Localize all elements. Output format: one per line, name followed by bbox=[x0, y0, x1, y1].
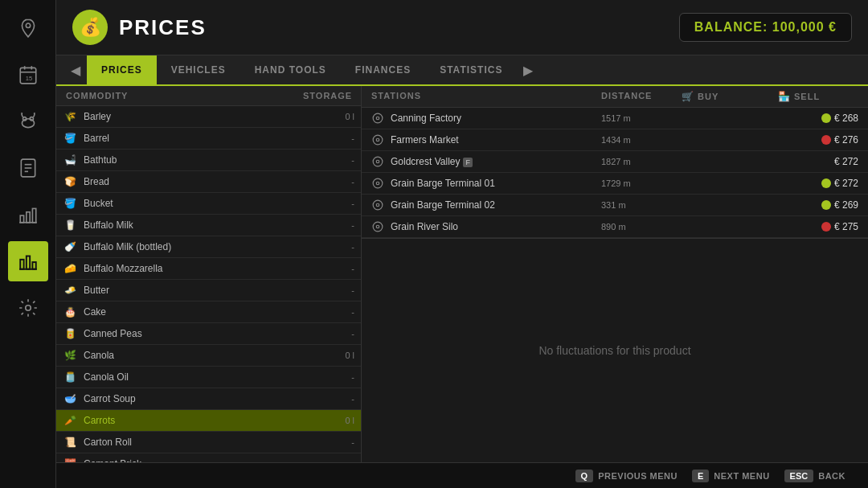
sidebar-item-contracts[interactable] bbox=[8, 148, 48, 188]
commodity-row[interactable]: 📜Carton Roll- bbox=[56, 432, 361, 453]
station-row[interactable]: Grain River Silo890 m€ 275 bbox=[362, 216, 868, 238]
commodity-row[interactable]: 🌾Barley0 l bbox=[56, 106, 361, 128]
svg-rect-13 bbox=[20, 215, 23, 223]
svg-point-29 bbox=[376, 203, 379, 207]
commodity-row[interactable]: 🧈Butter- bbox=[56, 280, 361, 301]
commodity-storage: - bbox=[306, 155, 354, 165]
col-sell: 🏪 SELL bbox=[778, 91, 858, 102]
station-icon bbox=[371, 177, 384, 190]
commodity-name: Canned Peas bbox=[84, 328, 306, 339]
commodity-storage: - bbox=[306, 242, 354, 252]
price-down-indicator bbox=[821, 222, 831, 232]
station-row[interactable]: Farmers Market1434 m€ 276 bbox=[362, 129, 868, 151]
esc-key: ESC bbox=[784, 470, 814, 482]
tab-hand-tools[interactable]: HAND TOOLS bbox=[240, 55, 341, 86]
commodity-row[interactable]: 🥕Carrots0 l bbox=[56, 410, 361, 432]
commodity-row[interactable]: 🍞Bread- bbox=[56, 171, 361, 193]
commodity-icon: 🪣 bbox=[63, 196, 77, 211]
sidebar-item-map[interactable] bbox=[8, 8, 48, 48]
q-key: Q bbox=[575, 470, 594, 482]
commodity-storage: 0 l bbox=[306, 112, 354, 121]
commodity-icon: 🌿 bbox=[63, 348, 77, 363]
commodity-header: COMMODITY STORAGE bbox=[56, 86, 361, 106]
sidebar-item-statistics[interactable] bbox=[8, 241, 48, 281]
commodity-icon: 🎂 bbox=[63, 305, 77, 319]
svg-point-7 bbox=[23, 117, 26, 121]
tab-finances[interactable]: FINANCES bbox=[341, 55, 425, 86]
svg-point-25 bbox=[376, 160, 379, 163]
station-sell: € 272 bbox=[778, 178, 858, 189]
tab-statistics[interactable]: STATISTICS bbox=[425, 55, 517, 86]
commodity-row[interactable]: 🫙Canola Oil- bbox=[56, 367, 361, 388]
tab-vehicles[interactable]: VEHICLES bbox=[157, 55, 240, 86]
col-buy: 🛒 BUY bbox=[682, 91, 778, 102]
commodity-storage: 0 l bbox=[306, 416, 354, 425]
commodity-name: Barley bbox=[84, 111, 306, 122]
price-down-indicator bbox=[821, 135, 831, 145]
fluctuation-message: No fluctuations for this product bbox=[538, 344, 690, 357]
commodity-icon: 🛁 bbox=[63, 153, 77, 167]
commodity-row[interactable]: 🎂Cake- bbox=[56, 301, 361, 323]
commodity-name: Bathtub bbox=[84, 154, 306, 166]
tab-prev-arrow[interactable]: ◀ bbox=[64, 63, 87, 78]
station-name: Farmers Market bbox=[391, 134, 601, 146]
station-row[interactable]: Grain Barge Terminal 02331 m€ 269 bbox=[362, 195, 868, 216]
sidebar-item-animals[interactable] bbox=[8, 101, 48, 141]
commodity-row[interactable]: 🪣Barrel- bbox=[56, 128, 361, 150]
commodity-icon: 📜 bbox=[63, 435, 77, 449]
commodity-storage: - bbox=[306, 329, 354, 338]
commodity-row[interactable]: 🥫Canned Peas- bbox=[56, 323, 361, 345]
station-row[interactable]: Canning Factory1517 m€ 268 bbox=[362, 108, 868, 129]
commodity-row[interactable]: 🧀Buffalo Mozzarella- bbox=[56, 258, 361, 280]
commodity-name: Carrots bbox=[84, 415, 306, 426]
svg-point-23 bbox=[376, 138, 379, 141]
col-stations: STATIONS bbox=[371, 91, 601, 102]
commodity-row[interactable]: 🌿Canola0 l bbox=[56, 345, 361, 367]
station-sell: € 269 bbox=[778, 199, 858, 211]
station-row[interactable]: Grain Barge Terminal 011729 m€ 272 bbox=[362, 173, 868, 195]
back-label[interactable]: BACK bbox=[818, 471, 845, 481]
balance-display: BALANCE: 100,000 € bbox=[679, 13, 852, 42]
bottom-bar: Q PREVIOUS MENU E NEXT MENU ESC BACK bbox=[56, 462, 868, 488]
commodity-row[interactable]: 🧱Cement Brick- bbox=[56, 453, 361, 462]
station-name: Goldcrest ValleyF bbox=[391, 156, 601, 167]
commodity-icon: 🪣 bbox=[63, 131, 77, 146]
station-sell: € 272 bbox=[778, 156, 858, 167]
page-title: PRICES bbox=[119, 15, 207, 40]
next-menu-label[interactable]: NEXT MENU bbox=[714, 471, 769, 481]
e-key: E bbox=[692, 470, 709, 482]
station-icon bbox=[371, 133, 384, 146]
price-up-indicator bbox=[821, 200, 831, 210]
commodity-row[interactable]: 🪣Bucket- bbox=[56, 193, 361, 215]
svg-point-31 bbox=[376, 225, 379, 228]
station-distance: 890 m bbox=[601, 222, 682, 232]
commodity-icon: 🧀 bbox=[63, 261, 77, 276]
sidebar-item-production[interactable] bbox=[8, 195, 48, 235]
commodity-row[interactable]: 🍼Buffalo Milk (bottled)- bbox=[56, 236, 361, 258]
commodity-row[interactable]: 🥣Carrot Soup- bbox=[56, 388, 361, 410]
station-row[interactable]: Goldcrest ValleyF1827 m€ 272 bbox=[362, 151, 868, 173]
commodity-name: Canola Oil bbox=[84, 371, 306, 383]
header: 💰 PRICES BALANCE: 100,000 € bbox=[56, 0, 868, 55]
commodity-storage: - bbox=[306, 264, 354, 273]
svg-point-27 bbox=[376, 182, 379, 185]
commodity-row[interactable]: 🛁Bathtub- bbox=[56, 150, 361, 171]
station-distance: 331 m bbox=[601, 200, 682, 210]
svg-point-20 bbox=[373, 113, 383, 123]
commodity-icon: 🥫 bbox=[63, 326, 77, 341]
content-area: COMMODITY STORAGE 🌾Barley0 l🪣Barrel-🛁Bat… bbox=[56, 86, 868, 462]
commodity-icon: 🥛 bbox=[63, 218, 77, 232]
commodity-name: Bucket bbox=[84, 198, 306, 209]
sell-price-value: € 272 bbox=[834, 178, 858, 189]
sell-price-value: € 276 bbox=[834, 134, 858, 146]
tab-next-arrow[interactable]: ▶ bbox=[517, 63, 539, 78]
commodity-storage: - bbox=[306, 285, 354, 295]
sidebar-item-settings[interactable] bbox=[8, 288, 48, 328]
station-name: Canning Factory bbox=[391, 113, 601, 124]
commodity-row[interactable]: 🥛Buffalo Milk- bbox=[56, 215, 361, 236]
prev-menu-label[interactable]: PREVIOUS MENU bbox=[598, 471, 678, 481]
commodity-name: Buffalo Milk bbox=[84, 219, 306, 231]
sell-price-value: € 268 bbox=[834, 113, 858, 124]
tab-prices[interactable]: PRICES bbox=[87, 55, 157, 86]
sidebar-item-calendar[interactable]: 15 bbox=[8, 55, 48, 95]
